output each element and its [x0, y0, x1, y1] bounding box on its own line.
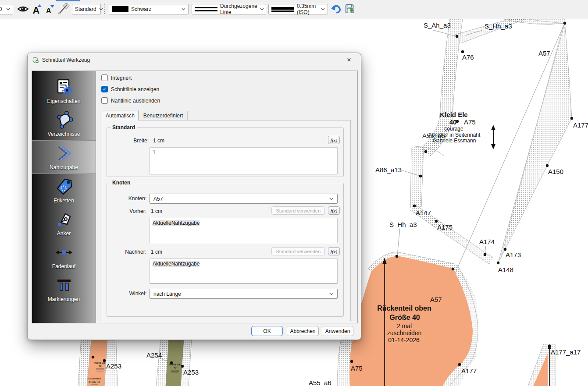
svg-text:A: A [46, 7, 51, 14]
zoom-select[interactable]: 40 [0, 4, 13, 14]
pattern-node-dot[interactable] [563, 22, 566, 25]
label-preset-select[interactable]: Standard [72, 4, 101, 14]
sidebar-item-label: Etiketten [53, 198, 74, 204]
winkel-select[interactable]: nach Länge [150, 289, 338, 299]
pattern-node-dot[interactable] [181, 365, 184, 368]
pattern-label: S_Hh_a3 [485, 22, 512, 30]
breite-formula-input[interactable]: 1 [150, 147, 338, 174]
cancel-button[interactable]: Abbrechen [287, 326, 319, 336]
pattern-node-dot[interactable] [452, 268, 454, 270]
font-decrease-icon: A [45, 4, 55, 16]
pattern-node-dot[interactable] [419, 175, 422, 177]
breite-label: Breite: [129, 138, 149, 144]
pattern-label: A174 [479, 238, 495, 245]
tab-benutzerdefiniert[interactable]: Benutzerdefiniert [139, 111, 188, 120]
vorher-formula-input[interactable]: AktuelleNahtzugabe [150, 218, 338, 243]
toolbar-grip-handle[interactable] [104, 4, 106, 14]
pattern-node-dot[interactable] [456, 35, 458, 38]
sidebar-item-anker[interactable]: Anker [32, 207, 96, 240]
pattern-label: A148 [498, 266, 513, 273]
pattern-label: A57 [538, 50, 550, 57]
line-width-preview-icon [271, 7, 294, 12]
pattern-label: Kleid Ele [94, 361, 106, 364]
pattern-node-dot[interactable] [497, 262, 499, 264]
pattern-node-dot[interactable] [396, 255, 398, 258]
close-button[interactable]: × [342, 55, 356, 65]
fx-label: f(x) [331, 138, 337, 143]
pattern-label: Rückenteil [88, 377, 101, 380]
checkbox-row-integriert[interactable]: Integriert [101, 74, 132, 81]
pattern-label: A76 [462, 53, 474, 61]
use-default-label: Standard verwenden [276, 208, 321, 213]
undo-button[interactable] [330, 3, 342, 16]
pattern-node-dot[interactable] [548, 345, 551, 347]
ok-label: OK [263, 328, 271, 334]
save-button[interactable] [344, 3, 356, 16]
pattern-node-dot[interactable] [458, 363, 461, 366]
use-default-button-nachher[interactable]: Standard verwenden [271, 247, 325, 255]
sidebar-item-etiketten[interactable]: Etiketten [32, 174, 96, 207]
sidebar-item-verzeichnisse[interactable]: Verzeichnisse [32, 107, 96, 140]
fx-button-breite[interactable]: f(x) [328, 136, 340, 144]
pattern-node-dot[interactable] [435, 220, 438, 223]
sidebar-item-nahtzugabe[interactable]: Nahtzugabe [32, 140, 96, 174]
sidebar-item-fadenlauf[interactable]: Fadenlauf [32, 240, 96, 273]
decrease-font-button[interactable]: A [44, 3, 56, 16]
piece-wedge[interactable] [498, 23, 572, 263]
paths-icon [54, 110, 74, 130]
pattern-node-dot[interactable] [504, 248, 506, 251]
pattern-node-dot[interactable] [570, 117, 573, 120]
piece-dart-band[interactable] [410, 146, 493, 264]
undo-icon [331, 4, 342, 15]
pattern-node-dot[interactable] [461, 50, 464, 53]
tab-automatisch[interactable]: Automatisch [102, 110, 139, 120]
show-details-button[interactable] [16, 3, 30, 16]
pattern-label: A75 [464, 118, 476, 126]
ok-button[interactable]: OK [251, 326, 283, 336]
pattern-node-dot[interactable] [92, 356, 94, 358]
use-default-button-vorher[interactable]: Standard verwenden [271, 206, 325, 215]
pattern-node-dot[interactable] [484, 253, 486, 256]
pattern-node-dot[interactable] [546, 164, 549, 167]
formula-text: AktuelleNahtzugabe [153, 261, 200, 267]
pattern-label: A150 [548, 168, 563, 175]
nachher-formula-input[interactable]: AktuelleNahtzugabe [150, 259, 338, 284]
eye-icon [17, 4, 29, 15]
pattern-piece-icon [32, 57, 39, 64]
chevron-down-icon [329, 198, 334, 200]
sidebar-item-eigenschaften[interactable]: Eigenschaften [32, 74, 96, 107]
use-default-label: Standard verwenden [276, 249, 321, 254]
fx-button-nachher[interactable]: f(x) [328, 247, 340, 255]
notches-icon [54, 276, 74, 295]
apply-button[interactable]: Anwenden [322, 326, 353, 336]
rotate-label-button[interactable]: A [56, 3, 71, 16]
checkbox-row-schnittlinie[interactable]: ✓ Schnittlinie anzeigen [101, 86, 159, 92]
pattern-node-dot[interactable] [424, 150, 427, 153]
checkbox-row-nahtlinie[interactable]: Nahtlinie ausblenden [101, 97, 160, 104]
line-style-select[interactable]: Durchgezogene Linie [192, 4, 266, 14]
sidebar-item-label: Eigenschaften [47, 98, 80, 104]
tab-label: Benutzerdefiniert [143, 113, 183, 119]
pattern-node-dot[interactable] [350, 360, 353, 363]
knoten-label: Knoten: [122, 195, 146, 202]
sidebar-item-label: Markierungen [48, 296, 80, 302]
checkbox-integriert[interactable] [101, 74, 108, 81]
pattern-label: 2 mal [397, 322, 412, 329]
pattern-label: 40 [449, 118, 457, 126]
font-increase-icon: A [32, 3, 43, 17]
knoten-select[interactable]: A57 [150, 194, 338, 204]
dialog-titlebar[interactable]: Schnittteil Werkzeug × [28, 53, 361, 67]
line-width-select[interactable]: 0.35mm (ISO) [268, 4, 328, 14]
pattern-label: A147 [416, 209, 431, 216]
checkbox-nahtlinie[interactable] [101, 97, 108, 104]
fx-button-vorher[interactable]: f(x) [328, 206, 340, 215]
line-color-select[interactable]: Schwarz [109, 4, 189, 14]
checkbox-schnittlinie[interactable]: ✓ [101, 86, 108, 92]
nachher-value: 1 cm [151, 249, 162, 255]
sidebar-item-markierungen[interactable]: Markierungen [32, 273, 96, 305]
dialog-body: Eigenschaften Verzeichnisse Nahtzugabe E… [32, 71, 358, 323]
increase-font-button[interactable]: A [31, 3, 44, 16]
pattern-label: 40 [99, 365, 102, 367]
pattern-label: A253 [106, 362, 121, 370]
pattern-node-dot[interactable] [413, 205, 416, 207]
